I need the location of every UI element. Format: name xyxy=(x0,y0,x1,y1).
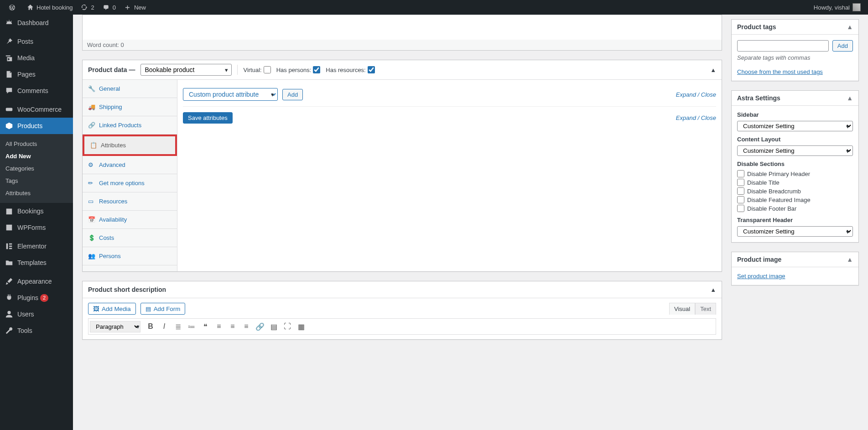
content-editor-area[interactable] xyxy=(82,15,722,40)
bold-button[interactable]: B xyxy=(144,320,157,333)
expand-close-link-1[interactable]: Expand / Close xyxy=(676,91,716,98)
menu-item-bookings[interactable]: Bookings xyxy=(0,203,73,219)
product-data-box: Product data — Bookable product Virtual:… xyxy=(82,60,722,272)
admin-side-menu: DashboardPostsMediaPagesCommentsWooComme… xyxy=(0,15,73,358)
menu-item-templates[interactable]: Templates xyxy=(0,254,73,271)
expand-close-link-2[interactable]: Expand / Close xyxy=(676,114,716,121)
quote-button[interactable]: ❝ xyxy=(199,320,212,333)
transparent-header-select[interactable]: Customizer Setting xyxy=(737,226,853,237)
has-resources-checkbox-label[interactable]: Has resources: xyxy=(326,66,374,73)
user-account-link[interactable]: Howdy, vishal xyxy=(810,0,864,15)
pd-tab-costs[interactable]: 💲Costs xyxy=(83,229,177,247)
menu-item-dashboard[interactable]: Dashboard xyxy=(0,15,73,31)
comments-link[interactable]: 0 xyxy=(98,0,120,15)
cal-icon xyxy=(5,207,14,216)
attribute-type-select[interactable]: Custom product attribute xyxy=(183,88,278,101)
attributes-panel: Custom product attribute Add Expand / Cl… xyxy=(177,80,722,271)
pd-tab-get-more-options[interactable]: ✏Get more options xyxy=(83,174,177,192)
avatar-icon xyxy=(852,3,861,11)
save-attributes-button[interactable]: Save attributes xyxy=(183,112,233,124)
new-content-link[interactable]: New xyxy=(120,0,150,15)
virtual-checkbox-label[interactable]: Virtual: xyxy=(243,66,270,73)
admin-bar: Hotel booking 2 0 New Howdy, vishal xyxy=(0,0,868,15)
menu-item-tools[interactable]: Tools xyxy=(0,322,73,339)
menu-item-appearance[interactable]: Appearance xyxy=(0,273,73,290)
astra-toggle[interactable]: ▲ xyxy=(847,94,853,102)
add-form-button[interactable]: ▤Add Form xyxy=(140,303,186,315)
site-home-link[interactable]: Hotel booking xyxy=(22,0,77,15)
has-resources-checkbox[interactable] xyxy=(368,66,375,73)
add-media-button[interactable]: 🖼Add Media xyxy=(88,303,136,315)
product-image-box: Product image▲ Set product image xyxy=(731,252,859,285)
menu-item-plugins[interactable]: Plugins2 xyxy=(0,290,73,306)
link-button[interactable]: 🔗 xyxy=(254,320,266,333)
fullscreen-button[interactable]: ⛶ xyxy=(281,320,294,333)
align-center-button[interactable]: ≡ xyxy=(226,320,239,333)
astra-check-disable-footer-bar[interactable]: Disable Footer Bar xyxy=(737,205,853,212)
tag-input[interactable] xyxy=(737,40,829,52)
menu-item-comments[interactable]: Comments xyxy=(0,83,73,99)
tags-toggle[interactable]: ▲ xyxy=(847,23,853,31)
add-attribute-button[interactable]: Add xyxy=(282,89,303,100)
has-persons-checkbox-label[interactable]: Has persons: xyxy=(276,66,321,73)
astra-check-disable-title[interactable]: Disable Title xyxy=(737,179,853,186)
pd-tab-attributes[interactable]: 📋Attributes xyxy=(83,135,177,156)
short-description-box: Product short description ▲ 🖼Add Media ▤… xyxy=(82,281,722,340)
wrench-icon xyxy=(5,326,14,335)
product-data-toggle[interactable]: ▲ xyxy=(710,67,716,73)
align-right-button[interactable]: ≡ xyxy=(240,320,253,333)
align-left-button[interactable]: ≡ xyxy=(213,320,225,333)
virtual-checkbox[interactable] xyxy=(264,66,271,73)
product-type-select[interactable]: Bookable product xyxy=(140,64,232,76)
tab-icon: 👥 xyxy=(88,253,95,259)
menu-item-media[interactable]: Media xyxy=(0,50,73,66)
astra-check-disable-primary-header[interactable]: Disable Primary Header xyxy=(737,170,853,177)
number-list-button[interactable]: ≔ xyxy=(185,320,198,333)
product-tags-box: Product tags▲ Add Separate tags with com… xyxy=(731,19,859,81)
menu-item-wpforms[interactable]: WPForms xyxy=(0,219,73,236)
menu-item-posts[interactable]: Posts xyxy=(0,33,73,50)
choose-tags-link[interactable]: Choose from the most used tags xyxy=(737,68,823,75)
pd-tab-shipping[interactable]: 🚚Shipping xyxy=(83,98,177,116)
has-persons-checkbox[interactable] xyxy=(313,66,320,73)
kitchen-sink-button[interactable]: ▦ xyxy=(295,320,307,333)
product-data-heading: Product data — xyxy=(88,66,135,73)
submenu-item-add-new[interactable]: Add New xyxy=(0,150,73,162)
italic-button[interactable]: I xyxy=(158,320,171,333)
sidebar-select[interactable]: Customizer Setting xyxy=(737,121,853,131)
submenu-item-all-products[interactable]: All Products xyxy=(0,138,73,150)
set-product-image-link[interactable]: Set product image xyxy=(737,273,785,280)
astra-check-disable-featured-image[interactable]: Disable Featured Image xyxy=(737,196,853,203)
image-toggle[interactable]: ▲ xyxy=(847,256,853,263)
bullet-list-button[interactable]: ≣ xyxy=(172,320,184,333)
menu-item-woocommerce[interactable]: WooCommerce xyxy=(0,101,73,118)
text-tab[interactable]: Text xyxy=(695,303,716,315)
pd-tab-resources[interactable]: ▭Resources xyxy=(83,192,177,211)
astra-check-disable-breadcrumb[interactable]: Disable Breadcrumb xyxy=(737,187,853,195)
svg-rect-1 xyxy=(6,225,12,231)
update-icon xyxy=(80,3,89,12)
submenu-item-tags[interactable]: Tags xyxy=(0,175,73,187)
content-layout-select[interactable]: Customizer Setting xyxy=(737,145,853,156)
pd-tab-linked-products[interactable]: 🔗Linked Products xyxy=(83,116,177,135)
submenu-item-categories[interactable]: Categories xyxy=(0,162,73,175)
menu-item-users[interactable]: Users xyxy=(0,306,73,322)
visual-tab[interactable]: Visual xyxy=(669,303,695,315)
menu-item-products[interactable]: Products xyxy=(0,118,73,134)
updates-link[interactable]: 2 xyxy=(77,0,98,15)
pd-tab-advanced[interactable]: ⚙Advanced xyxy=(83,156,177,174)
short-desc-toggle[interactable]: ▲ xyxy=(710,286,716,293)
menu-item-elementor[interactable]: Elementor xyxy=(0,238,73,254)
pd-tab-general[interactable]: 🔧General xyxy=(83,80,177,98)
menu-item-pages[interactable]: Pages xyxy=(0,66,73,83)
pd-tab-availability[interactable]: 📅Availability xyxy=(83,211,177,229)
pd-tab-persons[interactable]: 👥Persons xyxy=(83,247,177,265)
paragraph-select[interactable]: Paragraph xyxy=(90,321,140,332)
tab-icon: 🚚 xyxy=(88,104,95,110)
editor-toolbar: Paragraph B I ≣ ≔ ❝ ≡ ≡ ≡ 🔗 ▤ ⛶ ▦ xyxy=(88,318,716,335)
wp-logo[interactable] xyxy=(4,0,22,15)
add-tag-button[interactable]: Add xyxy=(832,40,853,52)
readmore-button[interactable]: ▤ xyxy=(267,320,280,333)
plug-icon xyxy=(5,293,14,302)
submenu-item-attributes[interactable]: Attributes xyxy=(0,187,73,199)
